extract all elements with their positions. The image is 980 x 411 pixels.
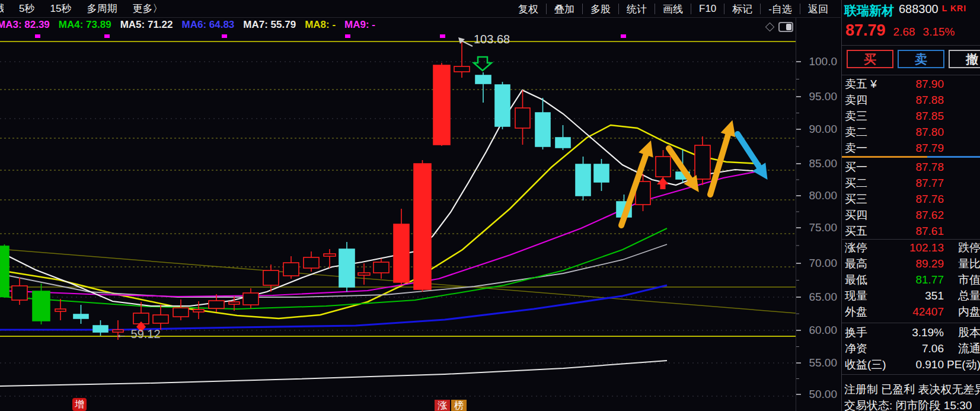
candle-body xyxy=(0,246,9,297)
order-level-label: 买四 xyxy=(845,208,867,223)
chart-tools-menu: 复权 叠加 多股 统计 画线 F10 标记 -自选 返回 xyxy=(510,0,836,18)
order-price: 87.78 xyxy=(915,161,944,174)
order-level-label: 买五 xyxy=(845,224,867,239)
magenta-dash-marker xyxy=(35,34,40,38)
menu-back[interactable]: 返回 xyxy=(800,2,836,16)
bid-row[interactable]: 买四87.62 xyxy=(845,207,980,223)
stat-row: 收益(三)0.910PE(动) xyxy=(845,356,980,372)
bid-row[interactable]: 买五87.61 xyxy=(845,223,980,239)
order-level-label: 买二 xyxy=(845,176,867,191)
menu-drawline[interactable]: 画线 xyxy=(655,2,691,16)
buy-button[interactable]: 买 xyxy=(847,50,893,68)
candle-body xyxy=(515,108,530,128)
period-item-more[interactable]: 更多〉 xyxy=(132,2,162,15)
period-item-clipped[interactable]: 线 xyxy=(0,2,4,15)
stat-label-2: PE(动) xyxy=(944,357,980,372)
stat-value: 102.13 xyxy=(909,241,944,254)
cancel-order-button[interactable]: 撤 xyxy=(949,50,980,68)
increase-badge: 增 xyxy=(72,398,87,411)
stat-label: 换手 xyxy=(845,325,867,340)
order-price: 87.80 xyxy=(915,126,944,139)
menu-stats[interactable]: 统计 xyxy=(619,2,655,16)
kline-chart-canvas[interactable] xyxy=(0,0,841,411)
trading-status-text: 交易状态: 闭市阶段 15:30 xyxy=(844,398,980,411)
axis-price-label: 95.00 xyxy=(802,90,837,103)
stat-row: 最高89.29量比 xyxy=(845,256,980,272)
axis-price-label: 65.00 xyxy=(802,291,837,304)
rank-badge: 涨 榜 xyxy=(435,400,467,411)
axis-price-label: 55.00 xyxy=(802,356,837,369)
candle-body xyxy=(656,157,671,177)
period-item-multi[interactable]: 多周期 xyxy=(87,2,117,15)
candle-body xyxy=(594,164,609,182)
bid-row[interactable]: 买三87.76 xyxy=(845,191,980,207)
candle-body xyxy=(193,310,204,312)
red-up-arrow-marker xyxy=(657,177,669,189)
stat-label: 涨停 xyxy=(845,240,867,256)
candle-body xyxy=(576,164,590,196)
stat-label-2: 总量 xyxy=(944,288,980,304)
order-price: 87.61 xyxy=(915,225,944,238)
axis-price-label: 50.00 xyxy=(802,388,837,401)
menu-overlay[interactable]: 叠加 xyxy=(547,2,582,16)
stat-value: 0.910 xyxy=(915,358,944,371)
sell-button[interactable]: 卖 xyxy=(898,50,944,68)
menu-multistock[interactable]: 多股 xyxy=(583,2,618,16)
axis-price-label: 100.0 xyxy=(802,55,837,68)
menu-mark[interactable]: 标记 xyxy=(724,2,760,16)
bid-row[interactable]: 买二87.77 xyxy=(845,175,980,191)
ma8-value: MA8: - xyxy=(305,19,336,32)
ask-row[interactable]: 卖五 ¥87.90 xyxy=(845,76,980,92)
drawn-arrow-shaft xyxy=(738,134,759,167)
ask-row[interactable]: 卖三87.85 xyxy=(845,108,980,124)
candle-body xyxy=(374,262,389,273)
listing-status-text: 注册制 已盈利 表决权无差异 xyxy=(844,382,980,397)
candle-body xyxy=(283,263,299,276)
stat-label: 最高 xyxy=(845,256,867,272)
candle-body xyxy=(339,249,355,287)
stat-label: 现量 xyxy=(845,288,867,304)
magenta-dash-marker xyxy=(621,34,626,38)
ask-row[interactable]: 卖二87.80 xyxy=(845,124,980,140)
stat-label: 收益(三) xyxy=(845,357,886,372)
candle-body xyxy=(33,291,50,321)
panel-toggle-icon[interactable] xyxy=(778,22,793,32)
low-price-annotation: ← 59.12 xyxy=(116,327,161,341)
ma9-value: MA9: - xyxy=(344,19,375,32)
axis-price-label: 60.00 xyxy=(802,324,837,337)
period-item-15s[interactable]: 15秒 xyxy=(50,2,71,15)
order-level-label: 卖五 ¥ xyxy=(845,77,877,92)
order-level-label: 卖二 xyxy=(845,125,867,140)
axis-price-label: 70.00 xyxy=(802,257,837,270)
bid-row[interactable]: 买一87.78 xyxy=(845,159,980,175)
candle-body xyxy=(324,254,336,256)
menu-remove-watchlist[interactable]: -自选 xyxy=(761,2,800,16)
ma-white-bottom xyxy=(0,361,667,386)
stat-row: 最低81.77市值 xyxy=(845,272,980,288)
ma6-value: MA6: 64.83 xyxy=(181,19,234,32)
trading-app-window: 100.095.0090.0085.0080.0075.0070.0065.00… xyxy=(0,0,980,411)
menu-f10[interactable]: F10 xyxy=(691,3,724,15)
stat-row: 涨停102.13跌停 xyxy=(845,240,980,256)
stat-row: 现量351总量 xyxy=(845,288,980,304)
order-level-label: 卖三 xyxy=(845,109,867,124)
order-level-label: 买一 xyxy=(845,160,867,175)
ask-row[interactable]: 卖四87.88 xyxy=(845,92,980,108)
panel-divider xyxy=(842,323,980,323)
axis-price-label: 90.00 xyxy=(802,123,837,136)
candle-body xyxy=(93,326,108,332)
high-price-annotation: 103.68 xyxy=(474,33,510,46)
trade-buttons: 买 卖 撤 xyxy=(847,50,980,68)
ma-gray xyxy=(0,244,667,297)
stat-value: 42407 xyxy=(912,305,944,318)
panel-divider xyxy=(842,75,980,75)
order-price: 87.88 xyxy=(915,94,944,107)
menu-fuquan[interactable]: 复权 xyxy=(510,2,546,16)
candle-body xyxy=(173,308,189,317)
stat-label-2: 股本 xyxy=(944,325,980,340)
ask-row[interactable]: 卖一87.79 xyxy=(845,140,980,156)
quote-panel: 联瑞新材 688300 L KRI 87.79 2.68 3.15% 买 卖 撤… xyxy=(841,0,980,411)
order-level-label: 买三 xyxy=(845,192,867,207)
ma5-value: MA5: 71.22 xyxy=(120,19,173,32)
period-item-5s[interactable]: 5秒 xyxy=(19,2,34,15)
